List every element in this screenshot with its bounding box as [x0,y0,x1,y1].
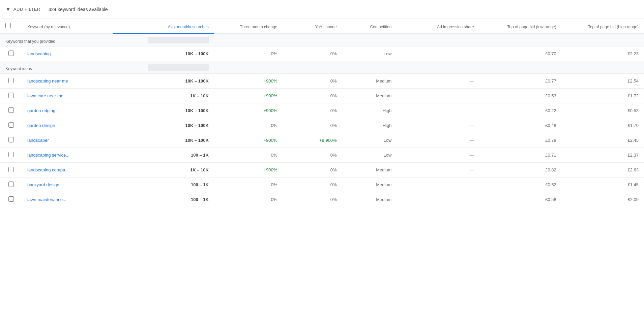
avg-searches-cell: 1K – 10K [113,163,214,177]
section-bar-cell [113,34,214,46]
keyword-cell[interactable]: landscaping compa... [22,163,113,177]
competition-cell: Medium [342,177,397,192]
keyword-cell[interactable]: lawn care near me [22,89,113,103]
table-row: backyard design100 – 1K0%0%Medium—£0.52£… [0,177,644,192]
section-bar-cell [113,61,214,74]
three-month-cell: 0% [214,148,283,163]
bid-low-cell: £0.48 [479,118,562,133]
col-competition[interactable]: Competition [342,19,397,34]
yoy-cell: 0% [283,74,342,89]
three-month-cell: +900% [214,74,283,89]
section-label: Keyword ideas [0,61,113,74]
avg-searches-cell: 100 – 1K [113,192,214,207]
bid-low-cell: £0.53 [479,89,562,103]
section-label: Keywords that you provided [0,34,113,46]
row-checkbox[interactable] [8,51,14,56]
bid-low-cell: £0.82 [479,163,562,177]
three-month-cell: 0% [214,192,283,207]
add-filter-button[interactable]: ADD FILTER [13,7,40,12]
table-row: landscaping compa...1K – 10K+900%0%Mediu… [0,163,644,177]
table-row: lawn care near me1K – 10K+900%0%Medium—£… [0,89,644,103]
keyword-table: Keyword (by relevance) Avg. monthly sear… [0,19,644,207]
bid-low-cell: £0.70 [479,46,562,61]
row-checkbox-cell[interactable] [0,103,22,118]
table-row: garden design10K – 100K0%0%High—£0.48£1.… [0,118,644,133]
avg-searches-cell: 10K – 100K [113,103,214,118]
row-checkbox-cell[interactable] [0,192,22,207]
keyword-cell[interactable]: landscaping service... [22,148,113,163]
bid-low-cell: £0.22 [479,103,562,118]
yoy-cell: 0% [283,192,342,207]
three-month-cell: +900% [214,133,283,148]
yoy-cell: +9,900% [283,133,342,148]
bid-high-cell: £2.45 [562,133,644,148]
row-checkbox[interactable] [8,196,14,202]
table-wrapper: Keyword (by relevance) Avg. monthly sear… [0,19,644,207]
row-checkbox[interactable] [8,137,14,142]
row-checkbox-cell[interactable] [0,74,22,89]
bid-low-cell: £0.77 [479,74,562,89]
row-checkbox-cell[interactable] [0,177,22,192]
ad-impression-cell: — [397,133,479,148]
bid-high-cell: £1.45 [562,177,644,192]
avg-searches-cell: 10K – 100K [113,46,214,61]
competition-cell: Medium [342,163,397,177]
ad-impression-cell: — [397,148,479,163]
bid-low-cell: £0.79 [479,133,562,148]
row-checkbox[interactable] [8,107,14,113]
three-month-cell: +900% [214,89,283,103]
col-avg-searches[interactable]: Avg. monthly searches [113,19,214,34]
keyword-cell[interactable]: garden design [22,118,113,133]
avg-searches-cell: 100 – 1K [113,148,214,163]
keyword-cell[interactable]: backyard design [22,177,113,192]
col-keyword[interactable]: Keyword (by relevance) [22,19,113,34]
bid-high-cell: £2.23 [562,46,644,61]
keyword-cell[interactable]: landscaping near me [22,74,113,89]
ad-impression-cell: — [397,46,479,61]
avg-searches-cell: 100 – 1K [113,177,214,192]
row-checkbox-cell[interactable] [0,133,22,148]
ad-impression-cell: — [397,74,479,89]
yoy-cell: 0% [283,103,342,118]
row-checkbox[interactable] [8,152,14,157]
ad-impression-cell: — [397,118,479,133]
row-checkbox[interactable] [8,167,14,172]
col-ad-impression[interactable]: Ad impression share [397,19,479,34]
table-row: landscaping10K – 100K0%0%Low—£0.70£2.23 [0,46,644,61]
row-checkbox-cell[interactable] [0,118,22,133]
competition-cell: Low [342,133,397,148]
row-checkbox[interactable] [8,122,14,128]
bid-high-cell: £2.63 [562,163,644,177]
bid-high-cell: £0.53 [562,103,644,118]
three-month-cell: 0% [214,177,283,192]
competition-cell: Medium [342,192,397,207]
row-checkbox-cell[interactable] [0,148,22,163]
competition-cell: High [342,103,397,118]
keyword-cell[interactable]: lawn maintenance... [22,192,113,207]
ad-impression-cell: — [397,177,479,192]
keyword-cell[interactable]: garden edging [22,103,113,118]
row-checkbox[interactable] [8,182,14,187]
ad-impression-cell: — [397,103,479,118]
bid-high-cell: £1.70 [562,118,644,133]
keyword-cell[interactable]: landscaper [22,133,113,148]
select-all-checkbox[interactable] [5,23,11,28]
avg-searches-cell: 10K – 100K [113,74,214,89]
col-bid-low[interactable]: Top of page bid (low range) [479,19,562,34]
row-checkbox[interactable] [8,93,14,98]
three-month-cell: 0% [214,118,283,133]
col-yoy[interactable]: YoY change [283,19,342,34]
row-checkbox-cell[interactable] [0,89,22,103]
col-checkbox [0,19,22,34]
section-header-row: Keyword ideas [0,61,644,74]
col-three-month[interactable]: Three month change [214,19,283,34]
keyword-cell[interactable]: landscaping [22,46,113,61]
bid-low-cell: £0.52 [479,177,562,192]
three-month-cell: +900% [214,163,283,177]
row-checkbox[interactable] [8,78,14,83]
keyword-count: 424 keyword ideas available [49,7,108,12]
table-row: landscaping service...100 – 1K0%0%Low—£0… [0,148,644,163]
row-checkbox-cell[interactable] [0,163,22,177]
col-bid-high[interactable]: Top of page bid (high range) [562,19,644,34]
row-checkbox-cell[interactable] [0,46,22,61]
